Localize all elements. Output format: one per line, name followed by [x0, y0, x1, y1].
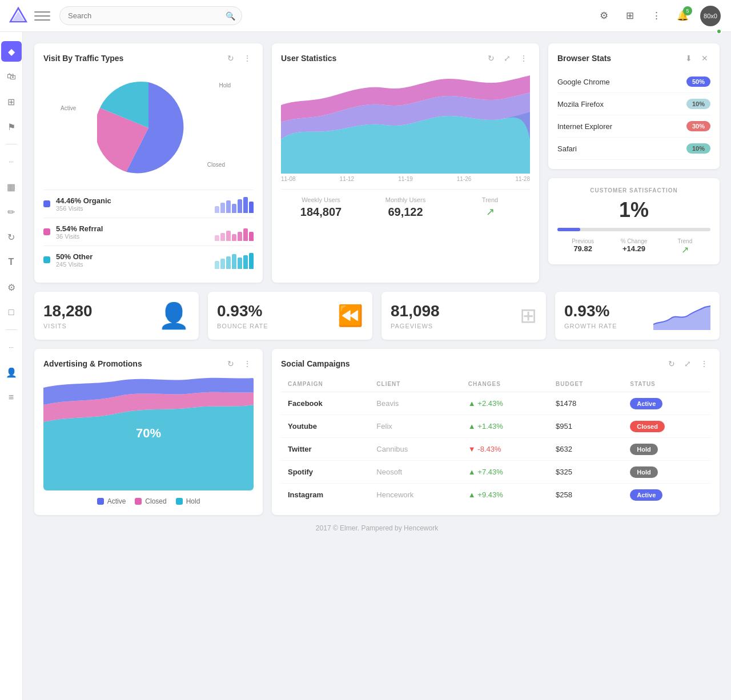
refrral-bars	[215, 223, 254, 241]
bar	[238, 258, 242, 269]
bar	[220, 259, 225, 269]
campaigns-thead: CAMPAIGN CLIENT CHANGES BUDGET STATUS	[281, 376, 710, 392]
sidebar-item-more2[interactable]: ···	[1, 337, 22, 357]
browser-safari: Safari 10%	[557, 138, 710, 160]
browser-stats-title: Browser Stats	[557, 54, 683, 63]
sidebar-item-grid[interactable]: ⊞	[1, 91, 22, 112]
sidebar: ◆ 🛍 ⊞ ⚑ ··· ▦ ✏ ↻ T ⚙ □ ··· 👤 ≡	[0, 32, 23, 700]
refresh-button[interactable]: ↻	[225, 358, 236, 369]
youtube-client: Felix	[369, 415, 461, 438]
avatar[interactable]: 80x0	[700, 6, 721, 26]
twitter-client: Cannibus	[369, 438, 461, 461]
facebook-budget: $1478	[549, 392, 623, 415]
trend-label: Trend	[660, 238, 710, 244]
spotify-change: ▲ +7.43%	[461, 461, 549, 484]
csat-change: % Change +14.29	[608, 238, 659, 255]
firefox-badge: 10%	[686, 99, 710, 109]
facebook-change: ▲ +2.43%	[461, 392, 549, 415]
settings-icon[interactable]: ⚙	[595, 7, 612, 25]
date-2: 11-12	[340, 176, 355, 182]
pageviews-left: 81,098 PAGEVIEWS	[391, 302, 440, 329]
advertising-card: Advertising & Promotions ↻ ⋮	[34, 349, 263, 515]
bar	[243, 197, 248, 213]
stat-row-organic: 44.46% Organic 356 Visits	[43, 190, 254, 218]
more-button[interactable]: ⋮	[698, 358, 710, 369]
sidebar-item-user[interactable]: 👤	[1, 362, 22, 383]
sidebar-item-edit[interactable]: ✏	[1, 202, 22, 222]
more-icon[interactable]: ⋮	[648, 7, 665, 25]
bar	[238, 199, 242, 213]
more-button[interactable]: ⋮	[517, 53, 530, 64]
campaigns-table: CAMPAIGN CLIENT CHANGES BUDGET STATUS Fa…	[281, 376, 710, 506]
csat-previous: Previous 79.82	[557, 238, 608, 255]
user-stats-header: User Statistics ↻ ⤢ ⋮	[281, 53, 530, 64]
pageviews-icon: ⊞	[520, 304, 537, 328]
instagram-budget: $258	[549, 484, 623, 506]
social-campaigns-title: Social Campaigns	[281, 359, 666, 368]
notifications-icon[interactable]: 🔔 5	[674, 7, 691, 25]
refresh-button[interactable]: ↻	[666, 358, 677, 369]
pie-label-hold: Hold	[219, 82, 231, 88]
sidebar-item-layers[interactable]: ≡	[1, 387, 22, 408]
more-button[interactable]: ⋮	[241, 53, 254, 64]
pie-label-closed: Closed	[207, 162, 225, 168]
sidebar-item-box[interactable]: □	[1, 302, 22, 323]
sidebar-divider-2	[6, 329, 17, 330]
weekly-value: 184,807	[281, 206, 361, 219]
more-button[interactable]: ⋮	[241, 358, 254, 369]
growth-mini-chart	[653, 301, 710, 330]
logo[interactable]	[9, 7, 27, 25]
grid-icon[interactable]: ⊞	[621, 7, 638, 25]
sidebar-item-calendar[interactable]: ▦	[1, 176, 22, 197]
sidebar-item-more1[interactable]: ···	[1, 151, 22, 172]
csat-footer: Previous 79.82 % Change +14.29 Trend ↗	[557, 238, 710, 255]
browser-list: Google Chrome 50% Mozila Firefox 10% Int…	[557, 71, 710, 160]
hold-legend-dot	[176, 498, 183, 505]
sidebar-item-flag[interactable]: ⚑	[1, 116, 22, 137]
bottom-row: Advertising & Promotions ↻ ⋮	[34, 349, 720, 515]
browser-ie: Internet Explorer 30%	[557, 115, 710, 138]
sidebar-item-shopping[interactable]: 🛍	[1, 66, 22, 87]
twitter-status-badge: Hold	[630, 444, 657, 455]
bar	[226, 200, 231, 213]
bounce-left: 0.93% BOUNCE RATE	[217, 302, 268, 329]
browser-stats-actions: ⬇ ✕	[683, 53, 710, 64]
pie-chart-container: Active Hold Closed	[43, 71, 254, 185]
other-percent: 50% Other	[56, 252, 215, 261]
csat-value: 1%	[557, 198, 710, 222]
chrome-badge: 50%	[686, 77, 710, 87]
user-stats-actions: ↻ ⤢ ⋮	[485, 53, 530, 64]
expand-button[interactable]: ⤢	[682, 358, 693, 369]
download-button[interactable]: ⬇	[683, 53, 694, 64]
close-button[interactable]: ✕	[699, 53, 710, 64]
sidebar-item-tag[interactable]: T	[1, 252, 22, 272]
twitter-name: Twitter	[281, 438, 369, 461]
sidebar-divider-1	[6, 144, 17, 144]
user-area-chart	[281, 71, 530, 174]
date-1: 11-08	[281, 176, 296, 182]
traffic-stats: 44.46% Organic 356 Visits	[43, 190, 254, 273]
active-legend-dot	[97, 498, 104, 505]
refresh-button[interactable]: ↻	[225, 53, 236, 64]
campaigns-header-row: CAMPAIGN CLIENT CHANGES BUDGET STATUS	[281, 376, 710, 392]
social-campaigns-actions: ↻ ⤢ ⋮	[666, 358, 710, 369]
sidebar-item-refresh[interactable]: ↻	[1, 227, 22, 247]
visits-left: 18,280 VISITS	[43, 302, 93, 329]
campaign-row-spotify: Spotify Neosoft ▲ +7.43% $325 Hold	[281, 461, 710, 484]
topnav: 🔍 ⚙ ⊞ ⋮ 🔔 5 80x0	[0, 0, 731, 32]
refresh-button[interactable]: ↻	[485, 53, 497, 64]
csat-trend-icon: ↗	[660, 244, 710, 255]
campaign-row-youtube: Youtube Felix ▲ +1.43% $951 Closed	[281, 415, 710, 438]
expand-button[interactable]: ⤢	[501, 53, 513, 64]
search-input[interactable]	[59, 6, 242, 25]
pageviews-num: 81,098	[391, 302, 440, 320]
organic-percent: 44.46% Organic	[56, 196, 215, 205]
sidebar-item-settings[interactable]: ⚙	[1, 277, 22, 297]
hamburger-menu[interactable]	[34, 8, 50, 24]
spotify-status-badge: Hold	[630, 466, 657, 478]
col-client: CLIENT	[369, 376, 461, 392]
refrral-visits: 36 Visits	[56, 233, 215, 240]
campaign-row-instagram: Instagram Hencework ▲ +9.43% $258 Active	[281, 484, 710, 506]
sidebar-item-dashboard[interactable]: ◆	[1, 41, 22, 62]
previous-label: Previous	[557, 238, 608, 244]
